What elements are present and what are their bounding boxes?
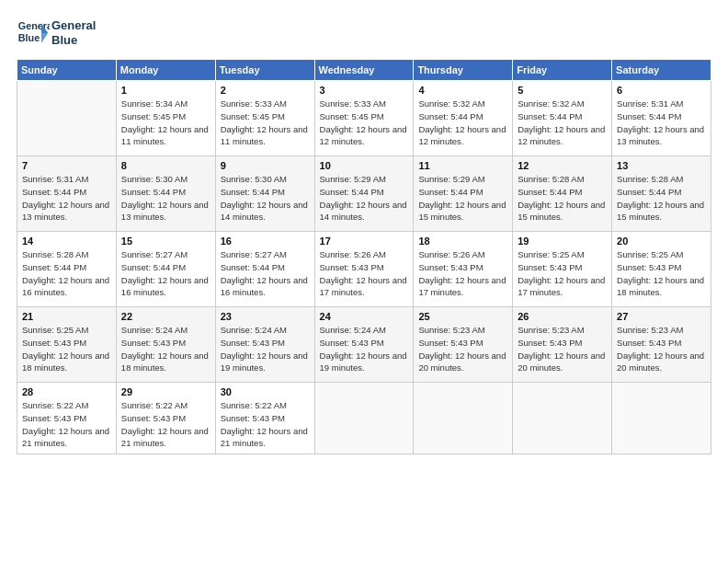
day-number: 28 [22,386,111,397]
weekday-header-monday: Monday [116,60,215,81]
day-info: Sunrise: 5:23 AM Sunset: 5:43 PM Dayligh… [518,324,607,374]
day-info: Sunrise: 5:29 AM Sunset: 5:44 PM Dayligh… [320,173,409,224]
day-number: 6 [617,85,706,96]
day-number: 20 [617,236,706,247]
calendar: SundayMondayTuesdayWednesdayThursdayFrid… [17,59,711,454]
day-number: 17 [320,236,409,247]
day-cell: 9Sunrise: 5:30 AM Sunset: 5:44 PM Daylig… [215,156,314,232]
weekday-header-sunday: Sunday [17,60,117,81]
day-info: Sunrise: 5:22 AM Sunset: 5:43 PM Dayligh… [121,399,210,450]
day-info: Sunrise: 5:30 AM Sunset: 5:44 PM Dayligh… [221,173,310,224]
day-info: Sunrise: 5:25 AM Sunset: 5:43 PM Dayligh… [518,248,607,299]
week-row-4: 21Sunrise: 5:25 AM Sunset: 5:43 PM Dayli… [17,307,711,383]
day-cell: 2Sunrise: 5:33 AM Sunset: 5:45 PM Daylig… [215,81,314,156]
logo-text-line2: Blue [51,33,96,48]
day-number: 3 [320,85,409,96]
day-cell: 24Sunrise: 5:24 AM Sunset: 5:43 PM Dayli… [314,307,414,383]
day-info: Sunrise: 5:27 AM Sunset: 5:44 PM Dayligh… [221,248,310,299]
day-number: 12 [518,160,607,171]
day-number: 10 [320,160,409,171]
day-cell: 25Sunrise: 5:23 AM Sunset: 5:43 PM Dayli… [414,307,513,383]
week-row-5: 28Sunrise: 5:22 AM Sunset: 5:43 PM Dayli… [17,383,711,454]
day-number: 24 [320,311,409,322]
day-number: 7 [22,160,111,171]
svg-marker-3 [41,33,48,43]
day-cell: 10Sunrise: 5:29 AM Sunset: 5:44 PM Dayli… [314,156,414,232]
day-number: 29 [121,386,210,397]
day-cell: 15Sunrise: 5:27 AM Sunset: 5:44 PM Dayli… [116,232,215,307]
day-cell: 13Sunrise: 5:28 AM Sunset: 5:44 PM Dayli… [612,156,711,232]
day-cell: 20Sunrise: 5:25 AM Sunset: 5:43 PM Dayli… [612,232,711,307]
day-info: Sunrise: 5:25 AM Sunset: 5:43 PM Dayligh… [22,324,111,374]
day-cell: 3Sunrise: 5:33 AM Sunset: 5:45 PM Daylig… [314,81,414,156]
day-cell: 27Sunrise: 5:23 AM Sunset: 5:43 PM Dayli… [612,307,711,383]
weekday-header-saturday: Saturday [612,60,711,81]
day-info: Sunrise: 5:24 AM Sunset: 5:43 PM Dayligh… [121,324,210,374]
day-cell: 4Sunrise: 5:32 AM Sunset: 5:44 PM Daylig… [414,81,513,156]
day-cell [17,81,117,156]
day-info: Sunrise: 5:23 AM Sunset: 5:43 PM Dayligh… [617,324,706,374]
day-cell: 7Sunrise: 5:31 AM Sunset: 5:44 PM Daylig… [17,156,117,232]
day-info: Sunrise: 5:26 AM Sunset: 5:43 PM Dayligh… [418,248,507,299]
day-number: 4 [418,85,507,96]
day-cell: 6Sunrise: 5:31 AM Sunset: 5:44 PM Daylig… [612,81,711,156]
day-cell: 18Sunrise: 5:26 AM Sunset: 5:43 PM Dayli… [414,232,513,307]
day-number: 5 [518,85,607,96]
day-cell [612,383,711,454]
day-cell: 22Sunrise: 5:24 AM Sunset: 5:43 PM Dayli… [116,307,215,383]
day-info: Sunrise: 5:27 AM Sunset: 5:44 PM Dayligh… [121,248,210,299]
day-info: Sunrise: 5:24 AM Sunset: 5:43 PM Dayligh… [221,324,310,374]
weekday-header-row: SundayMondayTuesdayWednesdayThursdayFrid… [17,60,711,81]
day-info: Sunrise: 5:34 AM Sunset: 5:45 PM Dayligh… [121,98,210,148]
day-info: Sunrise: 5:33 AM Sunset: 5:45 PM Dayligh… [221,98,310,148]
day-cell: 17Sunrise: 5:26 AM Sunset: 5:43 PM Dayli… [314,232,414,307]
day-cell: 14Sunrise: 5:28 AM Sunset: 5:44 PM Dayli… [17,232,117,307]
logo-text-line1: General [51,18,96,33]
day-cell: 29Sunrise: 5:22 AM Sunset: 5:43 PM Dayli… [116,383,215,454]
day-cell: 23Sunrise: 5:24 AM Sunset: 5:43 PM Dayli… [215,307,314,383]
day-cell [414,383,513,454]
day-cell: 8Sunrise: 5:30 AM Sunset: 5:44 PM Daylig… [116,156,215,232]
week-row-2: 7Sunrise: 5:31 AM Sunset: 5:44 PM Daylig… [17,156,711,232]
day-info: Sunrise: 5:26 AM Sunset: 5:43 PM Dayligh… [320,248,409,299]
day-number: 25 [418,311,507,322]
day-info: Sunrise: 5:31 AM Sunset: 5:44 PM Dayligh… [22,173,111,224]
weekday-header-wednesday: Wednesday [314,60,414,81]
week-row-1: 1Sunrise: 5:34 AM Sunset: 5:45 PM Daylig… [17,81,711,156]
day-info: Sunrise: 5:28 AM Sunset: 5:44 PM Dayligh… [22,248,111,299]
day-number: 14 [22,236,111,247]
day-number: 18 [418,236,507,247]
day-info: Sunrise: 5:28 AM Sunset: 5:44 PM Dayligh… [518,173,607,224]
weekday-header-thursday: Thursday [414,60,513,81]
page: General Blue General Blue SundayMondayTu… [0,0,728,563]
day-info: Sunrise: 5:29 AM Sunset: 5:44 PM Dayligh… [418,173,507,224]
day-cell: 30Sunrise: 5:22 AM Sunset: 5:43 PM Dayli… [215,383,314,454]
day-cell: 16Sunrise: 5:27 AM Sunset: 5:44 PM Dayli… [215,232,314,307]
day-number: 11 [418,160,507,171]
logo-icon: General Blue [17,17,50,50]
day-number: 26 [518,311,607,322]
day-info: Sunrise: 5:22 AM Sunset: 5:43 PM Dayligh… [22,399,111,450]
day-number: 9 [221,160,310,171]
day-info: Sunrise: 5:30 AM Sunset: 5:44 PM Dayligh… [121,173,210,224]
day-number: 30 [221,386,310,397]
day-number: 13 [617,160,706,171]
day-info: Sunrise: 5:31 AM Sunset: 5:44 PM Dayligh… [617,98,706,148]
day-number: 8 [121,160,210,171]
logo: General Blue General Blue [17,17,96,50]
day-number: 16 [221,236,310,247]
day-cell: 5Sunrise: 5:32 AM Sunset: 5:44 PM Daylig… [513,81,612,156]
day-info: Sunrise: 5:32 AM Sunset: 5:44 PM Dayligh… [518,98,607,148]
week-row-3: 14Sunrise: 5:28 AM Sunset: 5:44 PM Dayli… [17,232,711,307]
day-cell: 12Sunrise: 5:28 AM Sunset: 5:44 PM Dayli… [513,156,612,232]
day-number: 22 [121,311,210,322]
day-cell: 28Sunrise: 5:22 AM Sunset: 5:43 PM Dayli… [17,383,117,454]
day-info: Sunrise: 5:32 AM Sunset: 5:44 PM Dayligh… [418,98,507,148]
day-number: 27 [617,311,706,322]
day-cell [314,383,414,454]
day-info: Sunrise: 5:23 AM Sunset: 5:43 PM Dayligh… [418,324,507,374]
day-number: 1 [121,85,210,96]
weekday-header-tuesday: Tuesday [215,60,314,81]
day-cell: 19Sunrise: 5:25 AM Sunset: 5:43 PM Dayli… [513,232,612,307]
day-cell: 26Sunrise: 5:23 AM Sunset: 5:43 PM Dayli… [513,307,612,383]
